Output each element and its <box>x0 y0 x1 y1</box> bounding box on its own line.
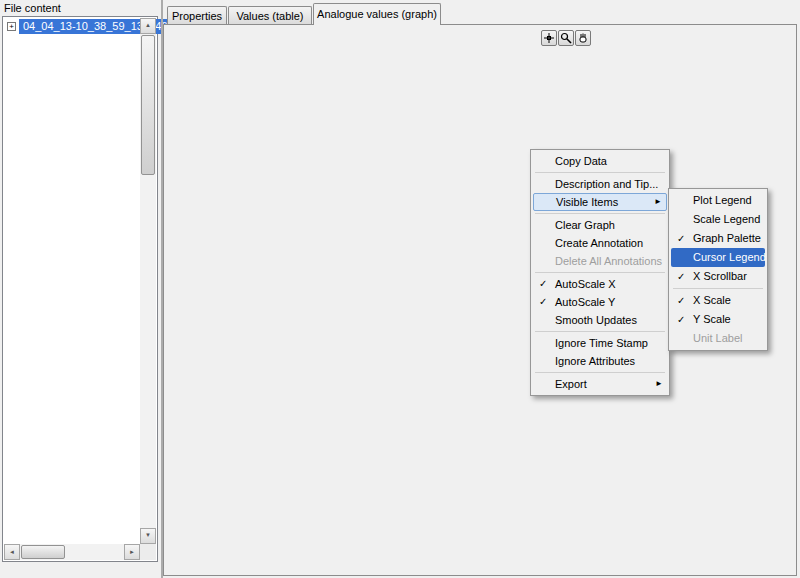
tree-hscroll-thumb[interactable] <box>21 545 65 559</box>
submenu-arrow-icon: ► <box>654 194 662 210</box>
tree-scroll-up-button[interactable]: ▲ <box>140 18 156 34</box>
app-window: File content + 04_04_13-10_38_59_1310469… <box>0 0 800 578</box>
menu-item-label: Ignore Time Stamp <box>555 337 648 349</box>
menu-item-autoscale-y[interactable]: ✓ AutoScale Y <box>533 293 667 311</box>
menu-item-autoscale-x[interactable]: ✓ AutoScale X <box>533 275 667 293</box>
menu-item-copy-data[interactable]: Copy Data <box>533 152 667 170</box>
submenu-item-graph-palette[interactable]: ✓ Graph Palette <box>671 229 765 248</box>
tree-vscrollbar[interactable]: ▲ ▼ <box>140 18 156 544</box>
check-icon: ✓ <box>539 275 547 293</box>
menu-item-label: Visible Items <box>556 196 618 208</box>
menu-separator <box>535 372 665 373</box>
tab-properties[interactable]: Properties <box>167 6 227 25</box>
tree-scroll-right-button[interactable]: ► <box>124 544 140 560</box>
submenu-item-plot-legend[interactable]: Plot Legend <box>671 191 765 210</box>
magnifier-icon <box>560 32 572 44</box>
check-icon: ✓ <box>677 229 685 248</box>
check-icon: ✓ <box>539 293 547 311</box>
submenu-item-x-scale[interactable]: ✓ X Scale <box>671 291 765 310</box>
tab-label: Values (table) <box>236 10 303 22</box>
menu-separator <box>535 331 665 332</box>
hand-icon <box>577 32 589 44</box>
menu-item-label: Plot Legend <box>693 194 752 206</box>
menu-item-smooth-updates[interactable]: Smooth Updates <box>533 311 667 329</box>
menu-item-delete-all-annotations: Delete All Annotations <box>533 252 667 270</box>
scroll-up-icon: ▲ <box>145 22 151 28</box>
file-content-label: File content <box>4 2 61 14</box>
submenu-arrow-icon: ► <box>655 375 663 393</box>
scroll-right-icon: ► <box>129 549 135 555</box>
submenu-item-unit-label: Unit Label <box>671 329 765 348</box>
menu-item-ignore-attributes[interactable]: Ignore Attributes <box>533 352 667 370</box>
menu-separator <box>535 213 665 214</box>
tree-scroll-corner <box>140 544 156 560</box>
check-icon: ✓ <box>677 310 685 329</box>
menu-item-label: Smooth Updates <box>555 314 637 326</box>
tree-scroll-down-button[interactable]: ▼ <box>140 528 156 544</box>
menu-item-label: X Scale <box>693 294 731 306</box>
palette-cursor-button[interactable] <box>541 30 557 46</box>
scroll-down-icon: ▼ <box>145 532 151 538</box>
tree-vscroll-thumb[interactable] <box>141 35 155 175</box>
menu-item-description-and-tip[interactable]: Description and Tip... <box>533 175 667 193</box>
menu-item-label: Cursor Legend <box>693 251 766 263</box>
context-menu: Copy Data Description and Tip... Visible… <box>530 149 670 396</box>
menu-item-label: Description and Tip... <box>555 178 658 190</box>
tree-scroll-left-button[interactable]: ◄ <box>4 544 20 560</box>
menu-item-create-annotation[interactable]: Create Annotation <box>533 234 667 252</box>
menu-item-label: Scale Legend <box>693 213 760 225</box>
menu-item-label: Y Scale <box>693 313 731 325</box>
visible-items-submenu: Plot Legend Scale Legend ✓ Graph Palette… <box>668 188 768 351</box>
menu-separator <box>535 272 665 273</box>
menu-item-label: AutoScale Y <box>555 296 615 308</box>
menu-item-clear-graph[interactable]: Clear Graph <box>533 216 667 234</box>
menu-item-label: Copy Data <box>555 155 607 167</box>
menu-item-label: AutoScale X <box>555 278 616 290</box>
menu-item-export[interactable]: Export ► <box>533 375 667 393</box>
menu-item-label: Delete All Annotations <box>555 255 662 267</box>
tab-values-table[interactable]: Values (table) <box>228 6 312 25</box>
palette-pan-button[interactable] <box>575 30 591 46</box>
palette-zoom-button[interactable] <box>558 30 574 46</box>
menu-item-visible-items[interactable]: Visible Items ► <box>533 193 667 211</box>
menu-separator <box>535 172 665 173</box>
scroll-left-icon: ◄ <box>9 549 15 555</box>
submenu-item-y-scale[interactable]: ✓ Y Scale <box>671 310 765 329</box>
check-icon: ✓ <box>677 267 685 286</box>
submenu-item-scale-legend[interactable]: Scale Legend <box>671 210 765 229</box>
file-tree[interactable]: + 04_04_13-10_38_59_13104697 ▲ ▼ ◄ ► <box>2 16 158 562</box>
submenu-item-x-scrollbar[interactable]: ✓ X Scrollbar <box>671 267 765 286</box>
tab-analogue-graph[interactable]: Analogue values (graph) <box>313 3 441 25</box>
tree-expander-icon[interactable]: + <box>7 22 16 31</box>
menu-item-label: Ignore Attributes <box>555 355 635 367</box>
menu-item-label: X Scrollbar <box>693 270 747 282</box>
tab-label: Analogue values (graph) <box>317 8 437 20</box>
tree-hscrollbar[interactable]: ◄ ► <box>4 544 140 560</box>
menu-item-label: Export <box>555 378 587 390</box>
menu-item-label: Graph Palette <box>693 232 761 244</box>
check-icon: ✓ <box>677 291 685 310</box>
menu-item-label: Unit Label <box>693 332 743 344</box>
menu-item-ignore-time-stamp[interactable]: Ignore Time Stamp <box>533 334 667 352</box>
menu-separator <box>673 288 763 289</box>
menu-item-label: Create Annotation <box>555 237 643 249</box>
tab-label: Properties <box>172 10 222 22</box>
tree-item[interactable]: 04_04_13-10_38_59_13104697 <box>19 19 184 34</box>
crosshair-icon <box>543 32 555 44</box>
submenu-item-cursor-legend[interactable]: Cursor Legend <box>671 248 765 267</box>
menu-item-label: Clear Graph <box>555 219 615 231</box>
